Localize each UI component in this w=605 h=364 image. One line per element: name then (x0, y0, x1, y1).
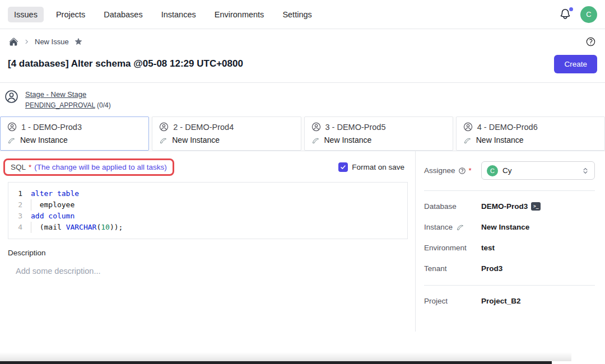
nav-item-databases[interactable]: Databases (97, 7, 148, 22)
format-on-save-toggle[interactable]: Format on save (338, 162, 404, 172)
format-on-save-checkbox[interactable] (338, 162, 348, 172)
sql-console-icon[interactable]: >_ (531, 202, 541, 211)
stage-name-link[interactable]: Stage - New Stage (25, 90, 111, 99)
dolphin-icon (456, 223, 464, 231)
environment-value: test (481, 244, 495, 252)
nav-item-instances[interactable]: Instances (155, 7, 202, 22)
database-value[interactable]: DEMO-Prod3 (481, 202, 528, 211)
task-card-4[interactable]: 4 - DEMO-Prod6 New Instance (456, 116, 605, 151)
nav-item-issues[interactable]: Issues (8, 7, 44, 22)
nav-item-environments[interactable]: Environments (208, 7, 271, 22)
help-icon[interactable] (585, 36, 596, 47)
sidebar-divider (424, 190, 595, 191)
editor-line: 3 add column (8, 211, 407, 222)
task-instance-name: New Instance (20, 136, 68, 144)
task-name: 4 - DEMO-Prod6 (477, 123, 538, 132)
code-token: (mail (31, 223, 66, 231)
database-label: Database (424, 202, 481, 211)
breadcrumb-separator-icon (24, 39, 30, 45)
code-token: alter table (31, 189, 79, 198)
project-value[interactable]: Project_B2 (481, 297, 521, 305)
breadcrumb: New Issue (0, 29, 605, 54)
environment-label: Environment (424, 244, 481, 252)
instance-label: Instance (424, 223, 453, 231)
description-label: Description (8, 249, 408, 257)
assignee-select[interactable]: C Cy (481, 161, 595, 180)
user-avatar[interactable]: C (580, 6, 597, 23)
task-person-icon (7, 122, 17, 132)
page-title: [4 databases] Alter schema @05-08 12:29 … (8, 55, 243, 69)
description-input[interactable]: Add some description... (8, 267, 408, 276)
issue-main-panel: SQL* (The change will be applied to all … (0, 151, 416, 332)
tenant-label: Tenant (424, 264, 481, 273)
field-row-tenant: Tenant Prod3 (424, 264, 595, 273)
task-tab-bar: 1 - DEMO-Prod3 New Instance 2 - DEMO-Pro… (0, 116, 605, 151)
task-instance-name: New Instance (476, 136, 524, 144)
editor-line: 4 (mail VARCHAR(10)); (8, 222, 407, 233)
chevron-up-down-icon (581, 167, 589, 175)
sql-required-mark: * (29, 163, 31, 171)
field-row-project: Project Project_B2 (424, 297, 595, 305)
line-number: 3 (8, 211, 31, 222)
create-button[interactable]: Create (554, 55, 597, 73)
nav-item-settings[interactable]: Settings (276, 7, 318, 22)
field-row-instance: Instance New Instance (424, 223, 595, 231)
dolphin-icon (311, 136, 320, 144)
task-person-icon (463, 122, 473, 132)
tenant-value: Prod3 (481, 264, 502, 273)
breadcrumb-current[interactable]: New Issue (35, 38, 69, 46)
sql-label: SQL (11, 163, 26, 171)
task-instance-name: New Instance (324, 136, 372, 144)
editor-line: 2 employee (8, 199, 407, 211)
task-card-2[interactable]: 2 - DEMO-Prod4 New Instance (152, 116, 301, 151)
bottom-panel-edge (0, 361, 552, 364)
task-person-icon (159, 122, 169, 132)
field-row-database: Database DEMO-Prod3 >_ (424, 202, 595, 211)
dolphin-icon (159, 136, 167, 144)
sql-editor[interactable]: 1 alter table 2 employee 3 add column 4 … (8, 182, 408, 239)
code-token: )); (110, 223, 123, 231)
task-name: 3 - DEMO-Prod5 (325, 123, 386, 132)
task-card-1[interactable]: 1 - DEMO-Prod3 New Instance (0, 116, 149, 151)
sidebar-divider (424, 285, 595, 286)
notification-dot (569, 7, 573, 11)
project-label: Project (424, 297, 481, 305)
sql-label-annotation-box: SQL* (The change will be applied to all … (3, 158, 174, 176)
sql-note: (The change will be applied to all tasks… (34, 163, 166, 171)
task-name: 2 - DEMO-Prod4 (173, 123, 234, 132)
home-icon[interactable] (9, 37, 18, 46)
assignee-value: Cy (502, 166, 577, 175)
stage-section: Stage - New Stage PENDING_APPROVAL (0/4) (0, 83, 605, 116)
editor-line: 1 alter table (8, 188, 407, 199)
code-token: employee (31, 200, 75, 209)
task-card-3[interactable]: 3 - DEMO-Prod5 New Instance (304, 116, 453, 151)
stage-status-line: PENDING_APPROVAL (0/4) (25, 101, 111, 109)
format-on-save-label: Format on save (352, 163, 404, 171)
notification-bell-icon[interactable] (559, 8, 573, 21)
line-number: 1 (8, 188, 31, 199)
bottom-shadow (0, 352, 571, 361)
assignee-required-mark: * (469, 166, 472, 175)
code-token: 10 (101, 223, 110, 231)
task-name: 1 - DEMO-Prod3 (21, 123, 82, 132)
title-row: [4 databases] Alter schema @05-08 12:29 … (0, 54, 605, 83)
assignee-label: Assignee (424, 166, 455, 175)
instance-value: New Instance (481, 223, 529, 231)
task-person-icon (311, 122, 321, 132)
dolphin-icon (463, 136, 472, 144)
code-token: VARCHAR (66, 223, 97, 231)
assignee-avatar: C (487, 165, 498, 176)
line-number: 4 (8, 222, 31, 233)
field-row-environment: Environment test (424, 244, 595, 252)
assignee-help-icon[interactable] (458, 167, 466, 175)
top-navbar: Issues Projects Databases Instances Envi… (0, 0, 605, 29)
favorite-star-icon[interactable] (74, 37, 83, 46)
stage-status-link[interactable]: PENDING_APPROVAL (25, 101, 95, 109)
line-number: 2 (8, 199, 31, 211)
stage-person-icon (4, 90, 18, 104)
nav-item-projects[interactable]: Projects (50, 7, 91, 22)
stage-progress: (0/4) (97, 101, 111, 109)
issue-sidebar: Assignee * C Cy Database DEMO-Prod3 >_ (416, 151, 605, 332)
task-instance-name: New Instance (172, 136, 220, 144)
dolphin-icon (7, 136, 16, 144)
